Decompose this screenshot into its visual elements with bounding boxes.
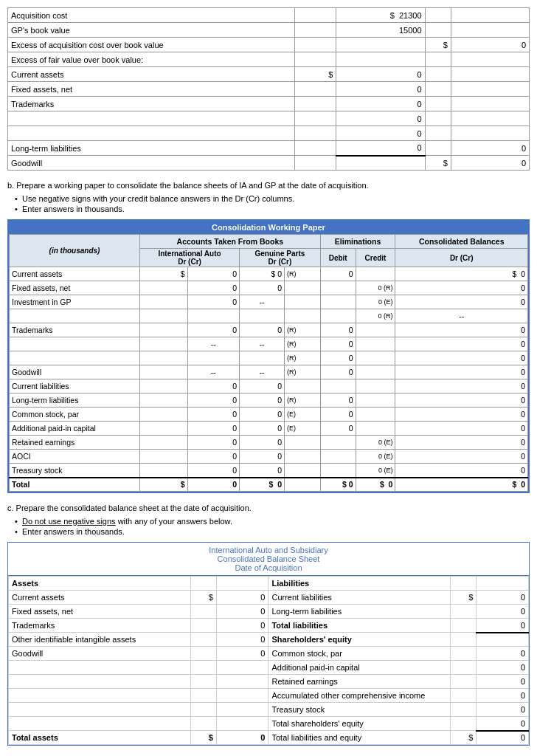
- cwp-header-row: (in thousands) Accounts Taken From Books…: [10, 235, 528, 249]
- assets-header: Assets: [9, 577, 191, 591]
- bullet-list-b: Use negative signs with your credit bala…: [15, 194, 530, 213]
- table-row: 0: [8, 126, 530, 141]
- bullet-item: Enter answers in thousands.: [15, 205, 530, 213]
- cwp-row-investment-gp: Investment in GP 0 -- 0 (E) 0: [10, 295, 528, 309]
- cbs-row2: Fixed assets, net 0 Long-term liabilitie…: [9, 605, 529, 619]
- cwp-row-current-assets: Current assets $ 0 $ 0 (R) 0 $ 0: [10, 267, 528, 281]
- cwp-debit-col: Debit: [320, 249, 356, 267]
- cwp-row-fixed-assets: Fixed assets, net 0 0 0 (R) 0: [10, 281, 528, 295]
- cwp-consol-col: Dr (Cr): [395, 249, 528, 267]
- cbs-row7: Retained earnings 0: [9, 675, 529, 689]
- cbs-title-line3: Date of Acquisition: [11, 563, 526, 572]
- consolidation-working-paper: Consolidation Working Paper (in thousand…: [7, 219, 530, 493]
- cwp-row-apic: Additional paid-in capital 0 0 (E) 0 0: [10, 422, 528, 436]
- cwp-row-retained: Retained earnings 0 0 0 (E) 0: [10, 436, 528, 450]
- acquisition-cost-table: Acquisition cost $ 21300 GP's book value…: [7, 7, 530, 171]
- table-row: Trademarks 0: [8, 97, 530, 111]
- cwp-row-treasury: Treasury stock 0 0 0 (E) 0: [10, 464, 528, 478]
- cwp-row-aoci: AOCI 0 0 0 (E) 0: [10, 450, 528, 464]
- cwp-row-lt-liab: Long-term liabilities 0 0 (R) 0 0: [10, 394, 528, 408]
- cbs-title-line2: Consolidated Balance Sheet: [11, 554, 526, 563]
- table-row: Fixed assets, net 0: [8, 82, 530, 97]
- cwp-in-thousands: (in thousands): [10, 235, 140, 267]
- cbs-header: International Auto and Subsidiary Consol…: [8, 543, 529, 576]
- cwp-table: (in thousands) Accounts Taken From Books…: [9, 234, 528, 492]
- cbs-row6: Additional paid-in capital 0: [9, 661, 529, 675]
- cwp-row-current-liab: Current liabilities 0 0 0: [10, 379, 528, 394]
- cbs-row8: Accumulated other comprehensive income 0: [9, 689, 529, 703]
- bullet-list-c: Do not use negative signs with any of yo…: [15, 517, 530, 536]
- cwp-row-empty1: 0 (R) --: [10, 309, 528, 323]
- cwp-credit-col: Credit: [356, 249, 395, 267]
- acq-label: Acquisition cost: [8, 8, 295, 23]
- cbs-row10: Total shareholders' equity 0: [9, 717, 529, 731]
- instruction-c: c. Prepare the consolidated balance shee…: [7, 504, 530, 512]
- table-row: GP's book value 15000: [8, 23, 530, 38]
- table-row: Excess of fair value over book value:: [8, 52, 530, 67]
- cwp-title: Consolidation Working Paper: [9, 221, 528, 234]
- cwp-row-trademarks1: Trademarks 0 0 (R) 0 0: [10, 323, 528, 337]
- cbs-row5: Goodwill 0 Common stock, par 0: [9, 647, 529, 661]
- table-row: Excess of acquisition cost over book val…: [8, 38, 530, 52]
- bullet-item-thousands: Enter answers in thousands.: [15, 527, 530, 536]
- table-row: Current assets $ 0: [8, 67, 530, 82]
- cwp-row-trademarks2: -- -- (R) 0 0: [10, 337, 528, 351]
- total-assets-label: Total assets: [9, 731, 191, 745]
- cwp-eliminations-header: Eliminations: [320, 235, 395, 249]
- cbs-title-line1: International Auto and Subsidiary: [11, 546, 526, 554]
- consolidated-balance-sheet: International Auto and Subsidiary Consol…: [7, 542, 530, 746]
- table-row: Long-term liabilities 0 0: [8, 141, 530, 156]
- cbs-table: Assets Liabilities Current assets $ 0 Cu…: [8, 576, 529, 745]
- cbs-total-row: Total assets $ 0 Total liabilities and e…: [9, 731, 529, 745]
- bullet-item-no-neg: Do not use negative signs with any of yo…: [15, 517, 530, 526]
- liabilities-header: Liabilities: [268, 577, 451, 591]
- bullet-item: Use negative signs with your credit bala…: [15, 194, 530, 203]
- cwp-ia-col: International AutoDr (Cr): [140, 249, 240, 267]
- cwp-row-total: Total $ 0 $ 0 $ 0 $ 0 $ 0: [10, 478, 528, 492]
- cbs-row1: Current assets $ 0 Current liabilities $…: [9, 591, 529, 605]
- cwp-row-trademarks3: (R) 0 0: [10, 351, 528, 365]
- table-row: Goodwill $ 0: [8, 156, 530, 171]
- cwp-row-common-stock: Common stock, par 0 0 (E) 0 0: [10, 408, 528, 422]
- cwp-accounts-header: Accounts Taken From Books: [140, 235, 321, 249]
- cbs-row9: Treasury stock 0: [9, 703, 529, 717]
- cbs-header-row: Assets Liabilities: [9, 577, 529, 591]
- cbs-row3: Trademarks 0 Total liabilities 0: [9, 619, 529, 633]
- table-row: 0: [8, 111, 530, 126]
- cbs-row4: Other identifiable intangible assets 0 S…: [9, 633, 529, 647]
- cwp-consolidated-header: Consolidated Balances: [395, 235, 528, 249]
- instruction-b: b. Prepare a working paper to consolidat…: [7, 181, 530, 190]
- cwp-row-goodwill: Goodwill -- -- (R) 0 0: [10, 365, 528, 379]
- cwp-gp-col: Genuine PartsDr (Cr): [240, 249, 321, 267]
- table-row: Acquisition cost $ 21300: [8, 8, 530, 23]
